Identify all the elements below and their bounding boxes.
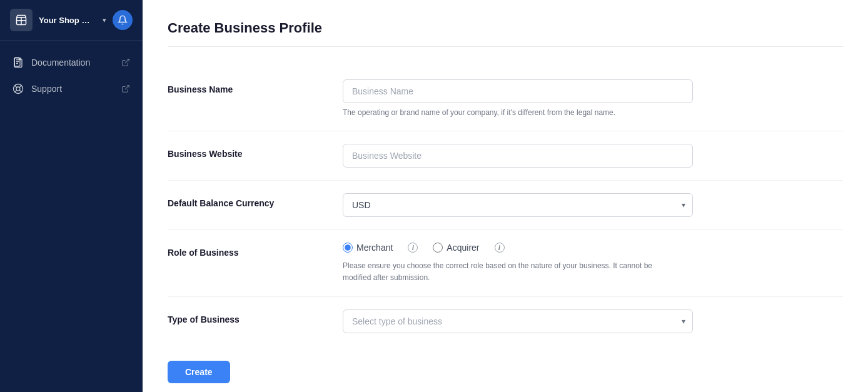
business-name-input[interactable] [343,79,693,103]
create-button[interactable]: Create [168,361,230,383]
shop-chevron-icon[interactable]: ▾ [103,16,106,24]
sidebar-item-documentation[interactable]: Documentation [0,51,143,74]
merchant-radio-option[interactable]: Merchant [343,243,393,253]
external-link-icon [121,58,130,67]
acquirer-info-icon[interactable]: i [495,243,505,253]
role-warning-text: Please ensure you choose the correct rol… [343,260,655,284]
default-currency-row: Default Balance Currency USD EUR GBP JPY… [168,181,843,230]
business-website-label: Business Website [168,144,343,159]
svg-line-7 [15,86,17,88]
acquirer-radio-label: Acquirer [447,243,479,253]
svg-line-8 [19,90,21,92]
role-of-business-row: Role of Business Merchant i Acquirer i P… [168,230,843,297]
svg-line-9 [19,86,21,88]
acquirer-radio-option[interactable]: Acquirer [433,243,479,253]
main-content: Create Business Profile Business Name Th… [143,0,868,392]
merchant-radio-input[interactable] [343,243,353,253]
business-website-field [343,144,693,168]
sidebar: Your Shop N... ▾ Documentation [0,0,143,392]
business-name-hint: The operating or brand name of your comp… [343,107,693,118]
support-external-link-icon [121,84,130,93]
shop-icon [10,9,33,31]
default-currency-label: Default Balance Currency [168,193,343,208]
type-of-business-field: Select type of business Sole Proprietors… [343,309,693,333]
support-label: Support [31,84,62,94]
svg-line-4 [125,59,129,63]
role-of-business-field: Merchant i Acquirer i Please ensure you … [343,243,693,284]
acquirer-radio-input[interactable] [433,243,443,253]
business-name-row: Business Name The operating or brand nam… [168,67,843,131]
svg-line-11 [125,86,129,89]
type-of-business-select[interactable]: Select type of business Sole Proprietors… [343,309,693,333]
merchant-radio-label: Merchant [356,243,393,253]
documentation-label: Documentation [31,58,90,68]
business-name-field: The operating or brand name of your comp… [343,79,693,118]
business-website-row: Business Website [168,131,843,181]
merchant-info-icon[interactable]: i [408,243,418,253]
shop-name-label: Your Shop N... [39,16,94,25]
sidebar-item-support[interactable]: Support [0,77,143,101]
svg-line-10 [15,90,17,92]
role-of-business-label: Role of Business [168,243,343,258]
default-currency-field: USD EUR GBP JPY ▾ [343,193,693,217]
document-icon [13,57,24,68]
business-name-label: Business Name [168,79,343,94]
support-icon [13,83,24,94]
role-radio-group: Merchant i Acquirer i [343,243,693,253]
notification-bell-button[interactable] [113,10,133,30]
sidebar-nav: Documentation Support [0,41,143,392]
create-business-form: Business Name The operating or brand nam… [168,67,843,346]
svg-point-6 [16,87,20,91]
page-title: Create Business Profile [168,20,843,47]
type-of-business-label: Type of Business [168,309,343,324]
type-select-wrapper: Select type of business Sole Proprietors… [343,309,693,333]
currency-select-wrapper: USD EUR GBP JPY ▾ [343,193,693,217]
type-of-business-row: Type of Business Select type of business… [168,297,843,346]
currency-select[interactable]: USD EUR GBP JPY [343,193,693,217]
sidebar-header: Your Shop N... ▾ [0,0,143,41]
business-website-input[interactable] [343,144,693,168]
